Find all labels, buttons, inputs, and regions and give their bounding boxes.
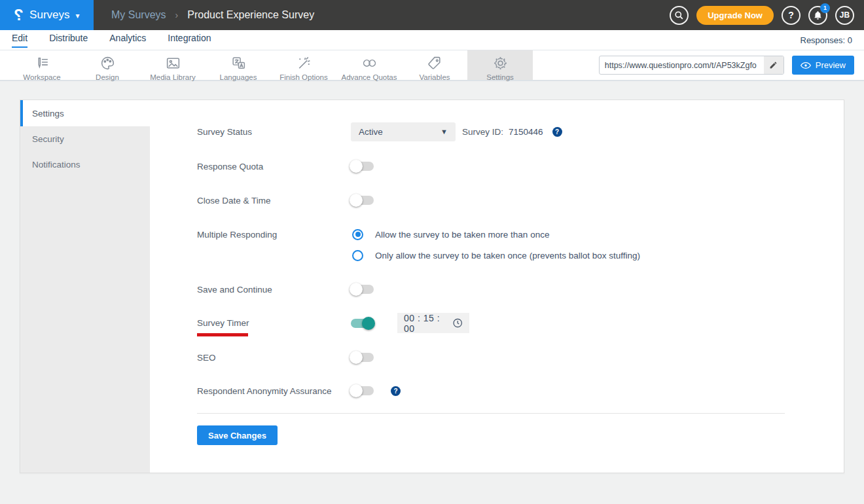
tab-analytics[interactable]: Analytics [109, 33, 146, 48]
toolbar-tab-variables[interactable]: Variables [402, 50, 467, 80]
workspace-icon [34, 55, 50, 71]
close-date-row: Close Date & Time [150, 192, 844, 209]
chevron-down-icon: ▼ [441, 128, 448, 135]
help-button[interactable]: ? [782, 6, 801, 25]
sidebar-item-label: Notifications [32, 160, 81, 170]
sidebar-item-notifications[interactable]: Notifications [20, 152, 150, 177]
top-bar: ? Surveys ▾ My Surveys › Product Experie… [0, 0, 864, 30]
toolbar-tab-label: Settings [486, 73, 514, 81]
toggle-knob [350, 384, 363, 397]
toolbar-tab-advance-quotas[interactable]: Advance Quotas [336, 50, 402, 80]
toggle-knob [362, 317, 375, 330]
response-quota-toggle[interactable] [351, 162, 374, 171]
search-button[interactable] [670, 6, 689, 25]
image-icon [165, 55, 181, 71]
tag-icon [427, 55, 443, 71]
radio-allow-multiple[interactable] [352, 229, 363, 240]
anonymity-row: Respondent Anonymity Assurance ? [150, 382, 844, 399]
survey-timer-toggle[interactable] [351, 319, 374, 328]
toolbar-tab-label: Design [96, 73, 119, 81]
sidebar-item-security[interactable]: Security [20, 126, 150, 152]
toolbar-tab-languages[interactable]: Languages [206, 50, 271, 80]
seo-label: SEO [197, 353, 216, 363]
anonymity-toggle[interactable] [351, 386, 374, 395]
radio-allow-once-label: Only allow the survey to be taken once (… [375, 251, 640, 261]
toolbar-tab-label: Variables [419, 73, 450, 81]
survey-timer-row: Survey Timer 00 : 15 : 00 [150, 313, 844, 333]
save-continue-label: Save and Continue [197, 285, 272, 295]
survey-status-row: Survey Status Active ▼ Survey ID: 715044… [150, 122, 844, 141]
anonymity-label: Respondent Anonymity Assurance [197, 386, 332, 396]
settings-sidebar: Settings Security Notifications [20, 100, 150, 473]
anonymity-help-icon[interactable]: ? [391, 386, 401, 396]
save-continue-toggle[interactable] [351, 285, 374, 294]
red-annotation-underline [197, 333, 248, 336]
sidebar-item-settings[interactable]: Settings [20, 100, 150, 126]
survey-status-select[interactable]: Active ▼ [351, 122, 456, 141]
settings-card: Settings Security Notifications Survey S… [20, 99, 844, 473]
tab-distribute[interactable]: Distribute [49, 33, 88, 48]
toolbar-tab-label: Media Library [150, 73, 196, 81]
survey-url-field [599, 56, 784, 75]
settings-form: Survey Status Active ▼ Survey ID: 715044… [150, 100, 844, 473]
preview-button[interactable]: Preview [792, 56, 854, 75]
avatar[interactable]: JB [835, 6, 854, 25]
survey-id-help-icon[interactable]: ? [552, 127, 562, 137]
avatar-initials: JB [840, 10, 850, 20]
translate-icon [230, 55, 247, 71]
palette-icon [99, 55, 116, 71]
eye-icon [801, 62, 811, 69]
toolbar-right: Preview [599, 50, 864, 80]
toggle-knob [350, 194, 363, 207]
questionpro-logo-icon: ? [14, 7, 24, 23]
response-quota-row: Response Quota [150, 158, 844, 175]
clock-icon [452, 317, 463, 329]
multiple-responding-label: Multiple Responding [197, 230, 277, 240]
preview-label: Preview [816, 60, 846, 70]
survey-status-value: Active [359, 127, 383, 137]
toolbar-tab-media-library[interactable]: Media Library [140, 50, 206, 80]
survey-status-label: Survey Status [197, 127, 252, 137]
toolbar-tab-design[interactable]: Design [75, 50, 140, 80]
product-switcher[interactable]: ? Surveys ▾ [0, 0, 94, 30]
pencil-icon [769, 61, 778, 69]
breadcrumb-separator-icon: › [175, 10, 179, 20]
responses-count: Responses: 0 [801, 35, 853, 45]
toolbar-tab-finish-options[interactable]: Finish Options [271, 50, 336, 80]
topbar-actions: Upgrade Now ? 1 JB [670, 6, 864, 25]
toolbar-tab-workspace[interactable]: Workspace [9, 50, 75, 80]
multiple-responding-row: Multiple Responding Allow the survey to … [150, 227, 844, 242]
survey-timer-value: 00 : 15 : 00 [404, 313, 452, 334]
chevron-down-icon: ▾ [76, 11, 80, 20]
toolbar-tab-label: Advance Quotas [341, 73, 397, 81]
response-quota-label: Response Quota [197, 162, 263, 171]
gear-icon [492, 55, 509, 71]
multiple-responding-row2: Only allow the survey to be taken once (… [150, 248, 844, 262]
toggle-knob [350, 160, 363, 173]
survey-timer-input[interactable]: 00 : 15 : 00 [397, 313, 469, 333]
save-continue-row: Save and Continue [150, 281, 844, 298]
survey-timer-label: Survey Timer [197, 318, 249, 328]
close-date-toggle[interactable] [351, 196, 374, 205]
form-divider [197, 413, 785, 414]
tab-edit[interactable]: Edit [12, 33, 27, 48]
survey-url-input[interactable] [600, 61, 764, 70]
survey-id-value: 7150446 [509, 127, 543, 137]
toolbar-tab-label: Workspace [23, 73, 60, 81]
question-mark-icon: ? [788, 10, 794, 20]
seo-toggle[interactable] [351, 353, 374, 362]
breadcrumb-my-surveys[interactable]: My Surveys [111, 9, 166, 21]
search-icon [674, 10, 684, 20]
chain-link-icon [361, 55, 378, 71]
edit-url-button[interactable] [764, 56, 783, 74]
radio-allow-once[interactable] [352, 250, 363, 261]
section-nav: Edit Distribute Analytics Integration Re… [0, 30, 864, 50]
survey-id-label: Survey ID: [462, 127, 503, 137]
tab-integration[interactable]: Integration [168, 33, 211, 48]
seo-row: SEO [150, 349, 844, 366]
upgrade-now-button[interactable]: Upgrade Now [696, 6, 774, 25]
save-changes-button[interactable]: Save Changes [197, 425, 278, 445]
close-date-label: Close Date & Time [197, 196, 271, 206]
toolbar-tab-settings[interactable]: Settings [467, 50, 533, 80]
notifications-button[interactable]: 1 [808, 6, 827, 25]
